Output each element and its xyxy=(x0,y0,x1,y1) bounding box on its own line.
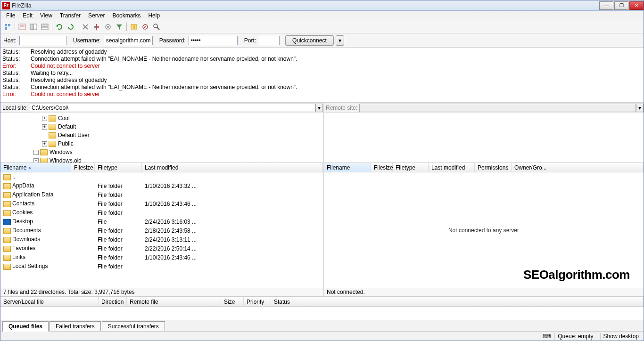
tree-label: Windows.old xyxy=(50,157,82,163)
log-label: Error: xyxy=(2,63,31,70)
list-item[interactable]: DownloadsFile folder2/24/2016 3:13:11 ..… xyxy=(0,235,323,244)
local-site-label: Local site: xyxy=(0,105,30,111)
menu-transfer[interactable]: Transfer xyxy=(56,11,84,20)
quickconnect-dropdown[interactable]: ▾ xyxy=(336,35,344,46)
list-item[interactable]: AppDataFile folder1/10/2016 2:43:32 ... xyxy=(0,181,323,190)
list-item[interactable]: FavoritesFile folder2/22/2016 2:50:14 ..… xyxy=(0,244,323,253)
local-status: 7 files and 22 directories. Total size: … xyxy=(0,288,323,296)
local-tree[interactable]: +Cool+DefaultDefault User+Public+Windows… xyxy=(0,113,323,163)
tree-item[interactable]: +Public xyxy=(0,139,323,148)
tree-item[interactable]: +Windows.old xyxy=(0,156,323,163)
toggle-log-button[interactable] xyxy=(17,22,27,32)
search-button[interactable] xyxy=(151,22,162,32)
remote-column-header: Filename Filesize Filetype Last modified… xyxy=(324,163,644,172)
local-file-list[interactable]: ..AppDataFile folder1/10/2016 2:43:32 ..… xyxy=(0,172,323,288)
col-filesize[interactable]: Filesize xyxy=(71,163,95,172)
sitemanager-button[interactable] xyxy=(2,22,13,32)
col-r-filename[interactable]: Filename xyxy=(324,163,371,172)
process-queue-button[interactable] xyxy=(66,22,76,32)
toggle-tree-button[interactable] xyxy=(28,22,39,32)
refresh-button[interactable] xyxy=(54,22,65,32)
log-label: Status: xyxy=(2,84,31,91)
tree-item[interactable]: Default User xyxy=(0,131,323,139)
menu-help[interactable]: Help xyxy=(144,11,164,20)
list-item[interactable]: Local SettingsFile folder xyxy=(0,262,323,271)
log-message: Connection attempt failed with "EAI_NONA… xyxy=(31,84,297,91)
local-site-dropdown[interactable]: ▾ xyxy=(315,104,323,112)
port-label: Port: xyxy=(244,37,256,44)
minimize-button[interactable]: — xyxy=(599,1,613,10)
list-item[interactable]: LinksFile folder1/10/2016 2:43:46 ... xyxy=(0,253,323,262)
local-site-input[interactable] xyxy=(30,104,315,112)
expand-icon[interactable]: + xyxy=(33,158,39,163)
host-input[interactable] xyxy=(19,36,66,45)
remote-site-label: Remote site: xyxy=(324,105,359,111)
queue-body[interactable] xyxy=(0,307,644,320)
menu-bookmarks[interactable]: Bookmarks xyxy=(108,11,144,20)
compare-button[interactable] xyxy=(129,22,139,32)
list-item[interactable]: Application DataFile folder xyxy=(0,190,323,199)
filter-button[interactable] xyxy=(114,22,124,32)
list-item[interactable]: .. xyxy=(0,172,323,181)
col-r-owner[interactable]: Owner/Gro... xyxy=(512,163,644,172)
menubar: File Edit View Transfer Server Bookmarks… xyxy=(0,11,644,20)
q-col-server[interactable]: Server/Local file xyxy=(0,297,99,306)
svg-rect-20 xyxy=(134,24,137,29)
tree-item[interactable]: +Cool xyxy=(0,114,323,122)
svg-point-22 xyxy=(154,24,157,28)
col-filename[interactable]: Filename▲ xyxy=(0,163,71,172)
menu-file[interactable]: File xyxy=(2,11,19,20)
reconnect-button[interactable] xyxy=(103,22,113,32)
folder-icon xyxy=(3,255,11,261)
q-col-priority[interactable]: Priority xyxy=(244,297,271,306)
menu-view[interactable]: View xyxy=(36,11,56,20)
list-item[interactable]: DocumentsFile folder2/18/2016 2:43:58 ..… xyxy=(0,226,323,235)
toggle-queue-button[interactable] xyxy=(40,22,50,32)
window-title: FileZilla xyxy=(12,2,598,9)
q-col-direction[interactable]: Direction xyxy=(99,297,127,306)
list-item[interactable]: CookiesFile folder xyxy=(0,208,323,217)
col-filetype[interactable]: Filetype xyxy=(95,163,142,172)
menu-server[interactable]: Server xyxy=(84,11,108,20)
col-r-filetype[interactable]: Filetype xyxy=(393,163,429,172)
q-col-status[interactable]: Status xyxy=(271,297,644,306)
expand-icon[interactable]: + xyxy=(42,124,47,130)
close-button[interactable]: ✕ xyxy=(629,1,644,10)
remote-tree[interactable] xyxy=(324,113,644,163)
folder-icon xyxy=(3,228,11,234)
remote-site-dropdown[interactable]: ▾ xyxy=(636,104,644,112)
q-col-size[interactable]: Size xyxy=(221,297,244,306)
password-input[interactable] xyxy=(189,36,238,45)
sync-browse-button[interactable] xyxy=(140,22,150,32)
menu-edit[interactable]: Edit xyxy=(19,11,36,20)
list-item[interactable]: ContactsFile folder1/10/2016 2:43:46 ... xyxy=(0,199,323,208)
tree-label: Cool xyxy=(58,115,70,122)
local-column-header: Filename▲ Filesize Filetype Last modifie… xyxy=(0,163,323,172)
col-lastmodified[interactable]: Last modified xyxy=(142,163,323,172)
col-r-lastmodified[interactable]: Last modified xyxy=(429,163,475,172)
col-r-permissions[interactable]: Permissions xyxy=(475,163,512,172)
message-log[interactable]: Status:Resolving address of godaddyStatu… xyxy=(0,48,644,102)
tree-item[interactable]: +Default xyxy=(0,122,323,131)
tab-successful[interactable]: Successful transfers xyxy=(102,321,165,331)
port-input[interactable] xyxy=(259,36,280,45)
expand-icon[interactable]: + xyxy=(42,116,47,121)
list-item[interactable]: DesktopFile2/24/2016 3:16:03 ... xyxy=(0,217,323,226)
maximize-button[interactable]: ❐ xyxy=(614,1,628,10)
folder-icon xyxy=(3,210,11,216)
username-input[interactable] xyxy=(104,36,153,45)
tab-failed[interactable]: Failed transfers xyxy=(50,321,101,331)
expand-icon[interactable]: + xyxy=(42,141,47,146)
show-desktop[interactable]: Show desktop xyxy=(600,333,642,340)
quickconnect-button[interactable]: Quickconnect xyxy=(285,35,334,46)
q-col-remote[interactable]: Remote file xyxy=(127,297,221,306)
svg-rect-8 xyxy=(41,24,48,26)
disconnect-button[interactable] xyxy=(91,22,102,32)
username-label: Username: xyxy=(73,37,101,44)
cancel-button[interactable] xyxy=(80,22,91,32)
expand-icon[interactable]: + xyxy=(33,150,39,155)
tab-queued[interactable]: Queued files xyxy=(2,321,49,332)
col-r-filesize[interactable]: Filesize xyxy=(371,163,393,172)
svg-rect-2 xyxy=(5,27,7,30)
tree-item[interactable]: +Windows xyxy=(0,148,323,156)
